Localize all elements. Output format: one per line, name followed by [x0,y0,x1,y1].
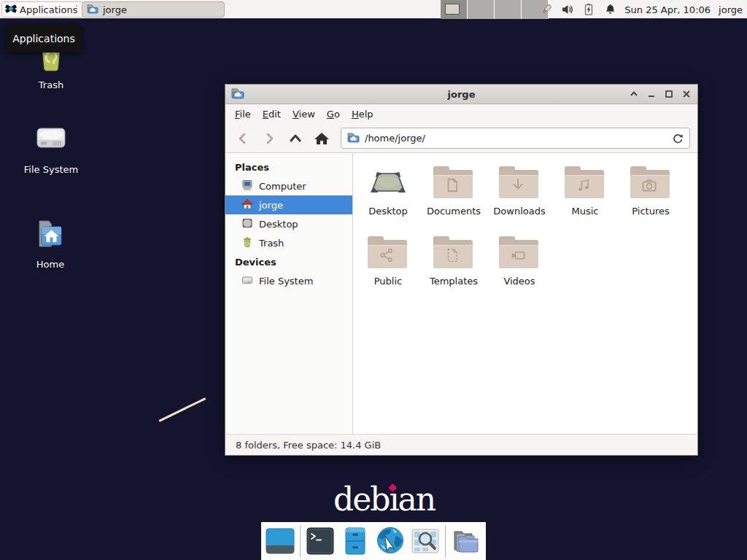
folder-launcher[interactable] [451,526,481,556]
applications-menu-button[interactable]: Applications [1,1,84,18]
menu-view[interactable]: View [287,106,321,122]
menu-go[interactable]: Go [321,106,346,122]
sidebar-item-label: jorge [259,200,283,211]
sidebar-item-label: Trash [259,238,284,249]
battery-tray-icon[interactable] [582,3,595,16]
home-button[interactable] [310,128,333,149]
file-tile-videos[interactable]: Videos [487,232,552,302]
panel-clock[interactable]: Sun 25 Apr, 10:06 [624,4,711,15]
toolbar: /home/jorge/ [225,124,697,153]
menubar: File Edit View Go Help [225,104,697,124]
menu-edit[interactable]: Edit [257,106,287,122]
wordmark-part: deb [333,481,389,518]
file-tile-label: Templates [430,276,478,287]
workspace-3[interactable] [495,0,522,19]
web-browser-launcher[interactable] [375,526,406,556]
maximize-button[interactable] [663,89,674,100]
desktop-icon-home[interactable]: Home [10,214,90,270]
sidebar-item-file-system[interactable]: File System [225,271,352,290]
home-folder-icon [30,214,71,254]
trash-icon [241,236,253,250]
file-tile-label: Pictures [632,206,669,217]
file-tile-templates[interactable]: Templates [421,232,487,302]
desktop-icon-file-system[interactable]: File System [11,120,91,175]
terminal-launcher[interactable] [306,526,335,556]
desktop-icon-label: Home [36,259,64,270]
sidebar-item-trash[interactable]: Trash [225,233,352,252]
show-desktop-button[interactable] [266,526,295,556]
panel-handle[interactable] [76,5,77,12]
wordmark-part: an [398,481,435,518]
location-folder-icon [347,132,360,145]
back-button[interactable] [231,128,255,149]
minimize-button[interactable] [646,89,657,100]
file-tile-desktop[interactable]: Desktop [355,162,421,232]
music-emblem-icon [576,177,592,193]
sidebar-item-label: Computer [259,181,306,192]
share-emblem-icon [379,247,395,263]
workspace-window-preview [445,4,460,15]
file-manager-launcher[interactable] [340,526,369,556]
sidebar-item-computer[interactable]: Computer [225,176,352,195]
location-bar[interactable]: /home/jorge/ [341,128,690,149]
file-tile-label: Downloads [493,206,545,217]
applications-tooltip: Applications [6,24,82,52]
hard-drive-icon [241,274,253,288]
file-tile-downloads[interactable]: Downloads [487,162,552,232]
location-path[interactable]: /home/jorge/ [365,133,425,144]
file-cabinet-icon [341,526,370,556]
sidebar-item-label: File System [259,276,313,287]
folder-stack-icon [451,526,481,556]
sidebar-item-jorge[interactable]: jorge [225,195,352,214]
taskbar-window-label: jorge [103,4,127,15]
file-tile-pictures[interactable]: Pictures [618,162,684,232]
top-panel: Applications jorge [0,0,747,19]
volume-tray-icon[interactable] [561,3,574,16]
workspace-2[interactable] [468,0,495,19]
file-tile-label: Public [374,276,402,287]
file-tile-public[interactable]: Public [355,232,421,302]
wordmark-i-red-dot: i [389,481,398,518]
file-tile-label: Music [572,206,599,217]
file-tile-label: Videos [503,276,535,287]
globe-browser-icon [375,526,406,556]
download-emblem-icon [510,177,526,193]
bottom-dock [261,522,486,560]
desktop-icon-label: File System [24,164,78,175]
application-finder-icon [411,526,440,556]
xfce-logo-icon [5,3,17,17]
file-tile-label: Documents [427,206,481,217]
window-folder-icon [87,4,98,16]
workspace-1[interactable] [441,0,468,19]
sidebar-item-label: Desktop [259,219,298,230]
status-text: 8 folders, Free space: 14.4 GiB [236,440,381,451]
window-titlebar[interactable]: jorge [225,85,697,104]
file-manager-window: jorge File Edit View Go Help [225,84,698,456]
debian-wordmark: debian [333,481,435,518]
panel-username[interactable]: jorge [719,4,743,15]
file-tile-music[interactable]: Music [552,162,618,232]
video-emblem-icon [509,246,526,263]
app-finder-launcher[interactable] [411,526,440,556]
reload-icon[interactable] [672,133,684,144]
file-tile-documents[interactable]: Documents [421,162,487,232]
sidebar-item-desktop[interactable]: Desktop [225,214,352,233]
pointer-trail-line [158,397,206,422]
shade-button[interactable] [628,89,639,100]
menu-help[interactable]: Help [346,106,379,122]
up-button[interactable] [284,128,307,149]
taskbar-window-button[interactable]: jorge [82,1,225,18]
forward-button[interactable] [258,128,281,149]
hard-drive-icon [31,120,71,160]
pen-tray-icon[interactable] [540,3,553,16]
terminal-icon [306,526,335,556]
close-button[interactable] [681,89,692,100]
dock-separator [445,525,446,557]
notification-bell-icon[interactable] [603,3,616,16]
file-list: Desktop Documents Downloads [353,153,697,434]
camera-emblem-icon [640,176,657,193]
file-tile-label: Desktop [368,206,408,217]
menu-file[interactable]: File [229,106,257,122]
sidebar: Places Computer [225,153,353,434]
sidebar-devices-header: Devices [225,252,352,271]
